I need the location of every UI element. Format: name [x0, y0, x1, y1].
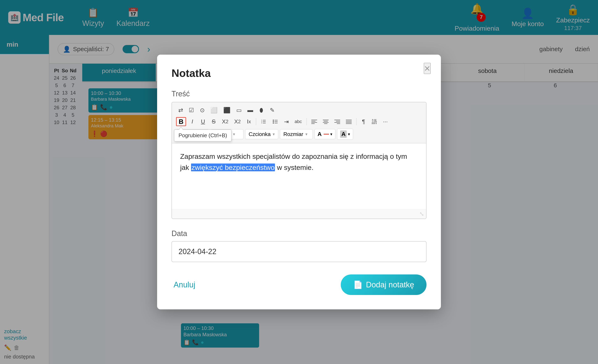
size-select[interactable]: Rozmiar ▾	[280, 129, 313, 139]
svg-point-6	[273, 120, 274, 121]
paragraph-button[interactable]: ¶	[359, 117, 368, 126]
justify-button[interactable]	[344, 117, 354, 126]
align-left-button[interactable]	[309, 117, 319, 126]
format-arrow-icon: ▾	[233, 132, 235, 137]
bold-button[interactable]: B	[176, 117, 186, 126]
align-right-button[interactable]	[332, 117, 342, 126]
svg-point-7	[273, 121, 274, 122]
svg-text:3: 3	[261, 122, 262, 124]
editor-text-after: w systemie.	[275, 163, 313, 171]
bg-color-dropdown-icon: ▾	[348, 132, 350, 137]
font-color-dropdown-icon: ▾	[330, 132, 332, 137]
rte-toolbar: ⇄ ☑ ⊙ ⬜ ⬛ ▭ ▬ ⬮ ✎ B	[172, 102, 426, 143]
superscript-button[interactable]: X2	[232, 117, 243, 126]
toolbar-row-1: ⇄ ☑ ⊙ ⬜ ⬛ ▭ ▬ ⬮ ✎	[176, 105, 422, 115]
underline-button[interactable]: U	[199, 117, 208, 126]
tooltip-arrow-inner	[179, 127, 183, 130]
clear-format-button[interactable]: Ix	[244, 117, 253, 126]
editor-highlighted-text: zwiększyć bezpieczeństwo	[191, 163, 275, 171]
size-arrow-icon: ▾	[305, 132, 307, 137]
rte-line-btn[interactable]: ▬	[245, 105, 255, 115]
rte-checkbox-btn[interactable]: ☑	[187, 105, 196, 115]
align-center-button[interactable]	[321, 117, 331, 126]
indent-button[interactable]: ⇥	[282, 117, 291, 126]
rich-text-editor: ⇄ ☑ ⊙ ⬜ ⬛ ▭ ▬ ⬮ ✎ B	[172, 102, 426, 219]
separator-2	[307, 118, 307, 125]
lang-button[interactable]: 語	[370, 117, 379, 126]
date-field[interactable]: 2024-04-22	[172, 241, 426, 262]
rte-radio-btn[interactable]: ⊙	[198, 105, 207, 115]
modal-overlay: × Notatka Treść ⇄ ☑ ⊙ ⬜ ⬛ ▭ ▬ ⬮ ✎	[0, 0, 598, 364]
modal-footer: Anuluj 📄 Dodaj notatkę	[172, 275, 426, 295]
font-select[interactable]: Czcionka ▾	[245, 129, 278, 139]
italic-button[interactable]: I	[188, 117, 197, 126]
modal-close-button[interactable]: ×	[424, 63, 431, 74]
font-label: Czcionka	[249, 131, 271, 138]
toolbar-row-2: B Pogrubienie (Ctrl+B) I U S X2 X2 Ix 12…	[176, 117, 422, 126]
modal-title: Notatka	[172, 67, 426, 79]
bg-color-button[interactable]: A ▾	[337, 129, 353, 140]
content-label: Treść	[172, 89, 426, 98]
bold-wrap: B Pogrubienie (Ctrl+B)	[176, 117, 186, 126]
font-color-button[interactable]: A ▾	[315, 129, 335, 139]
svg-point-8	[273, 123, 274, 124]
submit-button[interactable]: 📄 Dodaj notatkę	[341, 275, 427, 295]
ordered-list-button[interactable]: 123	[259, 117, 269, 126]
rte-media-btn[interactable]: ⬮	[257, 105, 266, 115]
separator-1	[256, 118, 256, 125]
submit-label: Dodaj notatkę	[366, 280, 414, 289]
resize-icon: ⤡	[419, 210, 424, 217]
rte-box3-btn[interactable]: ▭	[234, 105, 244, 115]
date-label: Data	[172, 229, 426, 238]
more-button[interactable]: ···	[381, 117, 390, 126]
special-chars-button[interactable]: abc	[292, 117, 304, 126]
editor-content[interactable]: Zapraszam wszystkich specjalistów do zap…	[172, 143, 426, 209]
font-arrow-icon: ▾	[273, 132, 275, 137]
rte-box2-btn[interactable]: ⬛	[221, 105, 233, 115]
strikethrough-button[interactable]: S	[209, 117, 218, 126]
subscript-button[interactable]: X2	[220, 117, 231, 126]
unordered-list-button[interactable]	[270, 117, 280, 126]
bold-tooltip: Pogrubienie (Ctrl+B)	[174, 129, 232, 142]
resize-handle[interactable]: ⤡	[172, 209, 426, 218]
font-color-a-icon: A	[317, 131, 322, 138]
separator-3	[356, 118, 357, 125]
rte-edit-btn[interactable]: ✎	[267, 105, 277, 115]
rte-source-btn[interactable]: ⇄	[176, 105, 185, 115]
cancel-button[interactable]: Anuluj	[172, 276, 197, 293]
modal-dialog: × Notatka Treść ⇄ ☑ ⊙ ⬜ ⬛ ▭ ▬ ⬮ ✎	[157, 55, 441, 309]
bg-color-a-icon: A	[340, 130, 347, 138]
font-color-underline	[324, 134, 329, 135]
rte-box1-btn[interactable]: ⬜	[208, 105, 220, 115]
submit-icon: 📄	[353, 280, 363, 289]
size-label: Rozmiar	[283, 131, 303, 138]
